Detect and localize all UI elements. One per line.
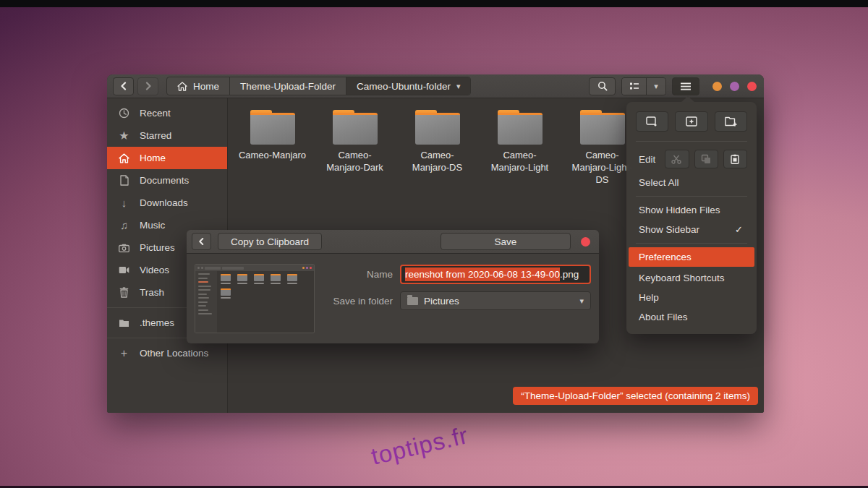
new-folder-button[interactable] (715, 111, 747, 132)
toolbar-right: ▾ (589, 77, 758, 95)
close-button[interactable] (747, 82, 757, 91)
folder-select-value: Pictures (424, 296, 459, 307)
headerbar: Home Theme-Upload-Folder Cameo-Ubuntu-fo… (107, 74, 764, 98)
thumbnail-sidebar (195, 271, 217, 333)
watermark: toptips.fr (368, 421, 471, 471)
folder-icon (415, 110, 460, 145)
check-icon: ✓ (735, 224, 744, 235)
search-icon (597, 81, 608, 91)
trash-icon (118, 287, 130, 298)
folder-cameo-manjaro-light[interactable]: Cameo-Manjaro-Light (485, 110, 554, 187)
filename-input[interactable]: reenshot from 2020-06-08 13-49-00 .png (400, 265, 591, 284)
path-cameo-ubuntu-folder[interactable]: Cameo-Ubuntu-folder ▾ (346, 77, 470, 95)
new-tab-button[interactable] (636, 111, 668, 132)
star-icon: ★ (118, 129, 130, 142)
dialog-close-button[interactable] (581, 237, 590, 247)
sidebar-item-recent[interactable]: Recent (107, 102, 227, 124)
sidebar-item-label: Pictures (140, 242, 175, 253)
menu-separator (636, 141, 747, 142)
dialog-form: Name reenshot from 2020-06-08 13-49-00 .… (326, 264, 591, 335)
list-view-icon[interactable] (622, 78, 647, 95)
folder-icon (118, 319, 130, 328)
new-window-icon (686, 116, 697, 127)
download-icon: ↓ (118, 197, 130, 209)
edit-row: Edit (626, 145, 757, 173)
search-button[interactable] (589, 77, 616, 95)
sidebar-item-label: .themes (140, 317, 174, 328)
camera-icon (118, 244, 130, 252)
copy-to-clipboard-button[interactable]: Copy to Clipboard (218, 233, 322, 250)
sidebar-item-documents[interactable]: Documents (107, 169, 227, 192)
chevron-left-icon (120, 82, 127, 90)
edit-label: Edit (639, 154, 655, 165)
clipboard-icon (731, 154, 739, 164)
sidebar-item-label: Home (140, 153, 166, 163)
screenshot-thumbnail (195, 264, 315, 333)
chevron-down-icon: ▾ (456, 82, 461, 91)
cut-button[interactable] (665, 150, 689, 168)
folder-select-dropdown[interactable]: Pictures ▾ (400, 291, 591, 310)
view-options-dropdown[interactable]: ▾ (647, 78, 665, 95)
save-folder-row: Save in folder Pictures ▾ (326, 291, 591, 310)
folder-icon (250, 110, 295, 145)
menu-item-preferences[interactable]: Preferences (629, 247, 754, 267)
hamburger-menu-button[interactable] (672, 77, 699, 95)
path-home[interactable]: Home (167, 77, 230, 95)
path-label: Theme-Upload-Folder (240, 81, 336, 92)
copy-button[interactable] (694, 150, 718, 168)
folder-icon (580, 110, 625, 145)
menu-icon-row (626, 108, 757, 137)
path-theme-upload-folder[interactable]: Theme-Upload-Folder (230, 77, 346, 95)
breadcrumb: Home Theme-Upload-Folder Cameo-Ubuntu-fo… (166, 77, 471, 95)
menu-item-show-sidebar[interactable]: Show Sidebar ✓ (626, 220, 757, 239)
forward-button[interactable] (137, 77, 158, 95)
save-button[interactable]: Save (441, 233, 571, 250)
sidebar-item-label: Trash (140, 287, 164, 298)
folder-cameo-manjaro-dark[interactable]: Cameo-Manjaro-Dark (320, 110, 389, 187)
sidebar-item-label: Other Locations (140, 348, 208, 359)
folder-icon (333, 110, 378, 145)
back-button[interactable] (113, 77, 134, 95)
sidebar-item-starred[interactable]: ★ Starred (107, 124, 227, 147)
name-row: Name reenshot from 2020-06-08 13-49-00 .… (326, 265, 591, 284)
view-toggle-button[interactable]: ▾ (621, 77, 666, 95)
filename-selected-text: reenshot from 2020-06-08 13-49-00 (405, 267, 560, 281)
menu-item-help[interactable]: Help (626, 288, 757, 307)
menu-item-show-hidden-files[interactable]: Show Hidden Files (626, 200, 757, 220)
menu-item-about-files[interactable]: About Files (626, 307, 757, 327)
dialog-back-button[interactable] (192, 233, 211, 250)
save-in-folder-label: Save in folder (326, 296, 393, 307)
folder-label: Cameo-Manjaro-Dark (320, 150, 389, 174)
menu-item-keyboard-shortcuts[interactable]: Keyboard Shortcuts (626, 268, 757, 288)
menu-item-select-all[interactable]: Select All (626, 173, 757, 192)
plus-icon: + (118, 347, 130, 360)
name-label: Name (326, 269, 393, 280)
chevron-right-icon (145, 82, 152, 90)
sidebar-item-label: Starred (140, 130, 171, 141)
copy-icon (701, 154, 711, 164)
sidebar-item-downloads[interactable]: ↓ Downloads (107, 192, 227, 214)
maximize-button[interactable] (730, 82, 739, 91)
sidebar-item-home[interactable]: Home (107, 147, 227, 169)
minimize-button[interactable] (712, 82, 722, 91)
folder-cameo-manjaro[interactable]: Cameo-Manjaro (238, 110, 307, 187)
filename-extension: .png (560, 269, 579, 280)
home-icon (177, 82, 187, 91)
thumbnail-files (217, 271, 314, 333)
chevron-down-icon: ▾ (579, 296, 584, 306)
paste-button[interactable] (723, 150, 747, 168)
hamburger-menu: Edit Select All Show Hidden Files Show S… (626, 102, 757, 334)
sidebar-item-label: Music (140, 220, 165, 231)
music-note-icon: ♫ (118, 219, 130, 231)
video-camera-icon (118, 266, 130, 274)
home-icon (118, 153, 130, 163)
window-controls (712, 82, 757, 91)
chevron-down-icon: ▾ (654, 82, 658, 91)
clock-icon (118, 108, 130, 119)
sidebar-item-label: Videos (140, 265, 169, 275)
sidebar-item-other-locations[interactable]: + Other Locations (107, 342, 227, 364)
document-icon (118, 175, 130, 186)
folder-cameo-manjaro-ds[interactable]: Cameo-Manjaro-DS (403, 110, 472, 187)
new-window-button[interactable] (675, 111, 707, 132)
path-label: Cameo-Ubuntu-folder (357, 81, 451, 92)
